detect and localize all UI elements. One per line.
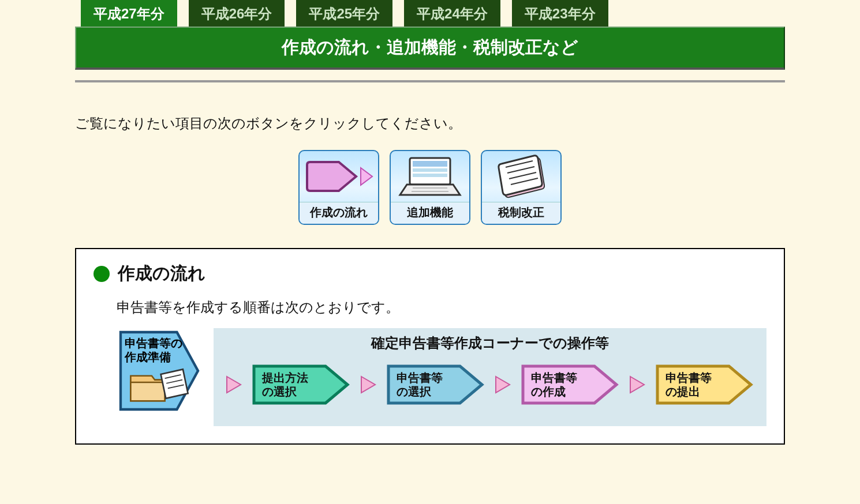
flow-step-label: 申告書等 の作成 xyxy=(531,371,577,398)
flow-section: 作成の流れ 申告書等を作成する順番は次のとおりです。 申告書等の 作成準備 xyxy=(75,248,785,445)
flow-step: 提出方法 の選択 xyxy=(250,363,352,407)
bullet-icon xyxy=(94,266,110,282)
year-tab[interactable]: 平成27年分 xyxy=(81,0,177,27)
step-arrow-icon xyxy=(629,375,646,394)
flow-button[interactable]: 作成の流れ xyxy=(298,150,379,225)
laptop-icon xyxy=(391,151,469,202)
step-arrow-icon xyxy=(225,375,242,394)
features-button[interactable]: 追加機能 xyxy=(390,150,470,225)
operations-title: 確定申告書等作成コーナーでの操作等 xyxy=(225,334,755,352)
section-title: 作成の流れ xyxy=(118,262,205,285)
section-lead: 申告書等を作成する順番は次のとおりです。 xyxy=(117,298,766,317)
prep-step: 申告書等の 作成準備 xyxy=(117,328,202,426)
year-tab[interactable]: 平成24年分 xyxy=(404,0,500,27)
svg-rect-1 xyxy=(413,161,447,167)
step-arrow-icon xyxy=(360,375,377,394)
flow-step: 申告書等 の提出 xyxy=(654,363,755,407)
year-tab[interactable]: 平成26年分 xyxy=(189,0,285,27)
tax-button[interactable]: 税制改正 xyxy=(481,150,562,225)
year-tab[interactable]: 平成25年分 xyxy=(296,0,392,27)
prep-step-label: 申告書等の 作成準備 xyxy=(125,336,182,364)
page-banner: 作成の流れ・追加機能・税制改正など xyxy=(75,27,785,70)
step-arrow-icon xyxy=(494,375,511,394)
year-tabs: 平成27年分平成26年分平成25年分平成24年分平成23年分 xyxy=(75,0,785,27)
flow-step-label: 提出方法 の選択 xyxy=(262,371,308,398)
operations-panel: 確定申告書等作成コーナーでの操作等 提出方法 の選択申告書等 の選択申告書等 の… xyxy=(214,328,766,426)
svg-rect-3 xyxy=(413,174,447,177)
divider xyxy=(75,80,785,82)
flow-arrow-icon xyxy=(300,151,378,202)
flow-step: 申告書等 の選択 xyxy=(385,363,486,407)
year-tab[interactable]: 平成23年分 xyxy=(512,0,608,27)
svg-rect-2 xyxy=(413,168,447,172)
flow-step-label: 申告書等 の選択 xyxy=(397,371,443,398)
flow-step-label: 申告書等 の提出 xyxy=(665,371,712,398)
lead-text: ご覧になりたい項目の次のボタンをクリックしてください。 xyxy=(75,114,785,133)
features-button-label: 追加機能 xyxy=(391,202,469,224)
flow-diagram: 申告書等の 作成準備 確定申告書等作成コーナーでの操作等 提出方法 の選択申告書… xyxy=(117,328,766,426)
flow-step: 申告書等 の作成 xyxy=(519,363,620,407)
tax-button-label: 税制改正 xyxy=(482,202,560,224)
flow-button-label: 作成の流れ xyxy=(300,202,378,224)
document-stack-icon xyxy=(482,151,560,202)
icon-button-row: 作成の流れ 追加機能 xyxy=(75,150,785,225)
